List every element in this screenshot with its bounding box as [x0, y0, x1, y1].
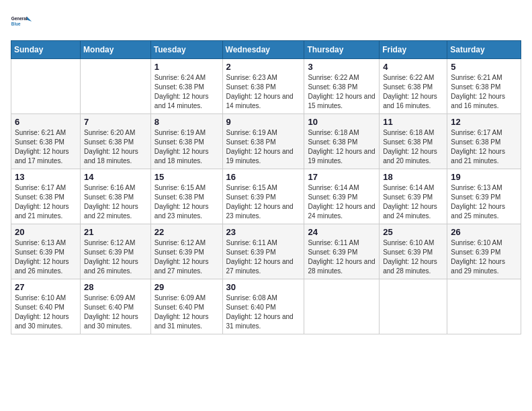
calendar-cell: 25Sunrise: 6:10 AM Sunset: 6:39 PM Dayli… [380, 224, 447, 279]
day-info: Sunrise: 6:17 AM Sunset: 6:38 PM Dayligh… [451, 128, 517, 166]
day-info: Sunrise: 6:20 AM Sunset: 6:38 PM Dayligh… [84, 128, 147, 166]
day-number: 28 [84, 282, 147, 292]
calendar-cell: 8Sunrise: 6:19 AM Sunset: 6:38 PM Daylig… [150, 114, 222, 169]
weekday-header: Tuesday [150, 41, 222, 59]
calendar-cell: 19Sunrise: 6:13 AM Sunset: 6:39 PM Dayli… [447, 169, 521, 224]
day-info: Sunrise: 6:10 AM Sunset: 6:39 PM Dayligh… [451, 238, 517, 276]
calendar-cell [447, 279, 521, 334]
day-number: 8 [154, 117, 219, 127]
calendar-cell: 9Sunrise: 6:19 AM Sunset: 6:38 PM Daylig… [222, 114, 304, 169]
calendar-week-row: 6Sunrise: 6:21 AM Sunset: 6:38 PM Daylig… [11, 114, 521, 169]
day-number: 12 [451, 117, 517, 127]
calendar-cell: 1Sunrise: 6:24 AM Sunset: 6:38 PM Daylig… [150, 59, 222, 114]
calendar-cell: 15Sunrise: 6:15 AM Sunset: 6:38 PM Dayli… [150, 169, 222, 224]
calendar-cell: 5Sunrise: 6:21 AM Sunset: 6:38 PM Daylig… [447, 59, 521, 114]
calendar-cell: 20Sunrise: 6:13 AM Sunset: 6:39 PM Dayli… [11, 224, 81, 279]
day-info: Sunrise: 6:10 AM Sunset: 6:39 PM Dayligh… [383, 238, 443, 276]
calendar-cell: 23Sunrise: 6:11 AM Sunset: 6:39 PM Dayli… [222, 224, 304, 279]
calendar-cell: 26Sunrise: 6:10 AM Sunset: 6:39 PM Dayli… [447, 224, 521, 279]
day-number: 18 [383, 172, 443, 182]
svg-text:Blue: Blue [11, 21, 21, 26]
calendar-cell: 16Sunrise: 6:15 AM Sunset: 6:39 PM Dayli… [222, 169, 304, 224]
calendar-cell: 14Sunrise: 6:16 AM Sunset: 6:38 PM Dayli… [81, 169, 151, 224]
day-info: Sunrise: 6:15 AM Sunset: 6:39 PM Dayligh… [226, 183, 301, 221]
day-info: Sunrise: 6:22 AM Sunset: 6:38 PM Dayligh… [308, 73, 375, 111]
calendar-cell: 24Sunrise: 6:11 AM Sunset: 6:39 PM Dayli… [304, 224, 380, 279]
calendar-cell [304, 279, 380, 334]
day-info: Sunrise: 6:22 AM Sunset: 6:38 PM Dayligh… [383, 73, 443, 111]
calendar-table: SundayMondayTuesdayWednesdayThursdayFrid… [11, 40, 521, 334]
day-number: 24 [308, 227, 375, 237]
calendar-cell: 4Sunrise: 6:22 AM Sunset: 6:38 PM Daylig… [380, 59, 447, 114]
calendar-cell [380, 279, 447, 334]
weekday-header: Wednesday [222, 41, 304, 59]
calendar-cell: 6Sunrise: 6:21 AM Sunset: 6:38 PM Daylig… [11, 114, 81, 169]
page-header: GeneralBlue [11, 11, 521, 32]
day-info: Sunrise: 6:13 AM Sunset: 6:39 PM Dayligh… [451, 183, 517, 221]
day-number: 23 [226, 227, 301, 237]
day-info: Sunrise: 6:12 AM Sunset: 6:39 PM Dayligh… [154, 238, 219, 276]
calendar-week-row: 27Sunrise: 6:10 AM Sunset: 6:40 PM Dayli… [11, 279, 521, 334]
day-number: 13 [15, 172, 77, 182]
day-number: 11 [383, 117, 443, 127]
day-info: Sunrise: 6:11 AM Sunset: 6:39 PM Dayligh… [308, 238, 375, 276]
calendar-cell: 30Sunrise: 6:08 AM Sunset: 6:40 PM Dayli… [222, 279, 304, 334]
day-info: Sunrise: 6:18 AM Sunset: 6:38 PM Dayligh… [383, 128, 443, 166]
day-info: Sunrise: 6:17 AM Sunset: 6:38 PM Dayligh… [15, 183, 77, 221]
calendar-cell: 2Sunrise: 6:23 AM Sunset: 6:38 PM Daylig… [222, 59, 304, 114]
day-info: Sunrise: 6:16 AM Sunset: 6:38 PM Dayligh… [84, 183, 147, 221]
day-info: Sunrise: 6:21 AM Sunset: 6:38 PM Dayligh… [451, 73, 517, 111]
day-number: 21 [84, 227, 147, 237]
day-number: 2 [226, 62, 301, 72]
calendar-cell: 11Sunrise: 6:18 AM Sunset: 6:38 PM Dayli… [380, 114, 447, 169]
day-info: Sunrise: 6:19 AM Sunset: 6:38 PM Dayligh… [154, 128, 219, 166]
calendar-week-row: 13Sunrise: 6:17 AM Sunset: 6:38 PM Dayli… [11, 169, 521, 224]
calendar-header: SundayMondayTuesdayWednesdayThursdayFrid… [11, 41, 521, 59]
day-info: Sunrise: 6:21 AM Sunset: 6:38 PM Dayligh… [15, 128, 77, 166]
day-info: Sunrise: 6:24 AM Sunset: 6:38 PM Dayligh… [154, 73, 219, 111]
weekday-header: Saturday [447, 41, 521, 59]
logo-icon: GeneralBlue [11, 11, 32, 32]
day-number: 30 [226, 282, 301, 292]
day-info: Sunrise: 6:14 AM Sunset: 6:39 PM Dayligh… [308, 183, 375, 221]
calendar-cell: 18Sunrise: 6:14 AM Sunset: 6:39 PM Dayli… [380, 169, 447, 224]
calendar-week-row: 20Sunrise: 6:13 AM Sunset: 6:39 PM Dayli… [11, 224, 521, 279]
day-number: 15 [154, 172, 219, 182]
day-info: Sunrise: 6:10 AM Sunset: 6:40 PM Dayligh… [15, 293, 77, 331]
calendar-cell: 21Sunrise: 6:12 AM Sunset: 6:39 PM Dayli… [81, 224, 151, 279]
day-number: 10 [308, 117, 375, 127]
day-number: 14 [84, 172, 147, 182]
day-number: 7 [84, 117, 147, 127]
calendar-cell: 13Sunrise: 6:17 AM Sunset: 6:38 PM Dayli… [11, 169, 81, 224]
calendar-cell: 3Sunrise: 6:22 AM Sunset: 6:38 PM Daylig… [304, 59, 380, 114]
day-info: Sunrise: 6:08 AM Sunset: 6:40 PM Dayligh… [226, 293, 301, 331]
calendar-cell [11, 59, 81, 114]
day-number: 17 [308, 172, 375, 182]
day-number: 26 [451, 227, 517, 237]
day-info: Sunrise: 6:19 AM Sunset: 6:38 PM Dayligh… [226, 128, 301, 166]
calendar-cell: 17Sunrise: 6:14 AM Sunset: 6:39 PM Dayli… [304, 169, 380, 224]
weekday-header: Friday [380, 41, 447, 59]
calendar-cell: 27Sunrise: 6:10 AM Sunset: 6:40 PM Dayli… [11, 279, 81, 334]
day-info: Sunrise: 6:23 AM Sunset: 6:38 PM Dayligh… [226, 73, 301, 111]
svg-marker-2 [27, 17, 32, 21]
calendar-cell: 22Sunrise: 6:12 AM Sunset: 6:39 PM Dayli… [150, 224, 222, 279]
day-number: 1 [154, 62, 219, 72]
weekday-header: Monday [81, 41, 151, 59]
calendar-cell: 29Sunrise: 6:09 AM Sunset: 6:40 PM Dayli… [150, 279, 222, 334]
calendar-cell: 28Sunrise: 6:09 AM Sunset: 6:40 PM Dayli… [81, 279, 151, 334]
day-number: 19 [451, 172, 517, 182]
weekday-header: Sunday [11, 41, 81, 59]
calendar-cell: 12Sunrise: 6:17 AM Sunset: 6:38 PM Dayli… [447, 114, 521, 169]
day-number: 9 [226, 117, 301, 127]
day-number: 4 [383, 62, 443, 72]
calendar-cell: 7Sunrise: 6:20 AM Sunset: 6:38 PM Daylig… [81, 114, 151, 169]
day-info: Sunrise: 6:09 AM Sunset: 6:40 PM Dayligh… [154, 293, 219, 331]
day-number: 3 [308, 62, 375, 72]
calendar-cell: 10Sunrise: 6:18 AM Sunset: 6:38 PM Dayli… [304, 114, 380, 169]
day-number: 29 [154, 282, 219, 292]
day-info: Sunrise: 6:18 AM Sunset: 6:38 PM Dayligh… [308, 128, 375, 166]
day-number: 20 [15, 227, 77, 237]
day-info: Sunrise: 6:12 AM Sunset: 6:39 PM Dayligh… [84, 238, 147, 276]
day-info: Sunrise: 6:11 AM Sunset: 6:39 PM Dayligh… [226, 238, 301, 276]
